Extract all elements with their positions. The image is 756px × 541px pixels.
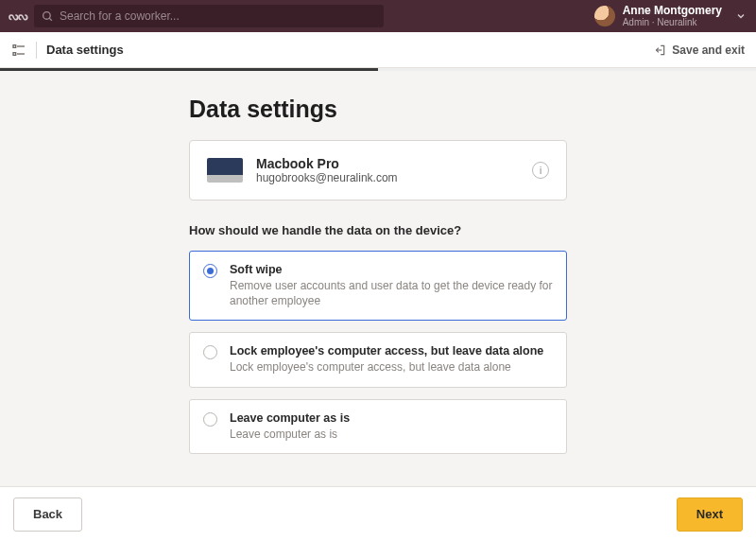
radio-icon [203,412,217,427]
back-button[interactable]: Back [13,497,82,532]
radio-icon [203,345,217,359]
user-name: Anne Montgomery [623,5,722,17]
footer-bar: Back Next [0,486,756,541]
chevron-down-icon [735,10,747,22]
device-card: Macbook Pro hugobrooks@neuralink.com i [189,140,567,201]
radio-icon [203,264,217,278]
option-title: Soft wipe [230,263,553,276]
option-title: Lock employee's computer access, but lea… [230,344,553,358]
page-title: Data settings [189,96,567,123]
save-and-exit-button[interactable]: Save and exit [653,44,745,57]
search-input[interactable] [60,9,376,23]
option-lock-access[interactable]: Lock employee's computer access, but lea… [189,332,567,387]
option-title: Leave computer as is [230,411,553,425]
user-menu[interactable]: Anne Montgomery Admin · Neuralink [594,5,747,27]
progress-fill [0,68,378,71]
next-button[interactable]: Next [677,497,743,532]
device-name: Macbook Pro [256,156,519,171]
info-icon[interactable]: i [532,162,549,179]
main-content: Data settings Macbook Pro hugobrooks@neu… [0,71,756,486]
option-soft-wipe[interactable]: Soft wipe Remove user accounts and user … [189,251,567,321]
svg-point-0 [43,11,51,19]
save-and-exit-label: Save and exit [672,44,745,57]
global-search[interactable] [34,5,384,27]
option-description: Remove user accounts and user data to ge… [230,278,553,308]
svg-rect-2 [13,44,16,47]
question-heading: How should we handle the data on the dev… [189,223,567,237]
settings-flow-icon [11,43,26,58]
search-icon [42,10,54,23]
app-logo[interactable]: ᔓᔓ [9,8,26,25]
topbar: ᔓᔓ Anne Montgomery Admin · Neuralink [0,0,756,32]
avatar [594,6,615,26]
device-email: hugobrooks@neuralink.com [256,171,519,184]
device-thumbnail [207,158,243,183]
option-description: Lock employee's computer access, but lea… [230,359,553,375]
progress-bar [0,68,756,71]
page-header-bar: Data settings Save and exit [0,32,756,68]
option-description: Leave computer as is [230,427,553,442]
svg-rect-4 [13,52,16,55]
page-header-title: Data settings [46,43,124,57]
exit-icon [653,44,666,57]
svg-line-1 [49,18,52,21]
user-role: Admin · Neuralink [623,17,722,27]
option-leave-as-is[interactable]: Leave computer as is Leave computer as i… [189,399,567,454]
